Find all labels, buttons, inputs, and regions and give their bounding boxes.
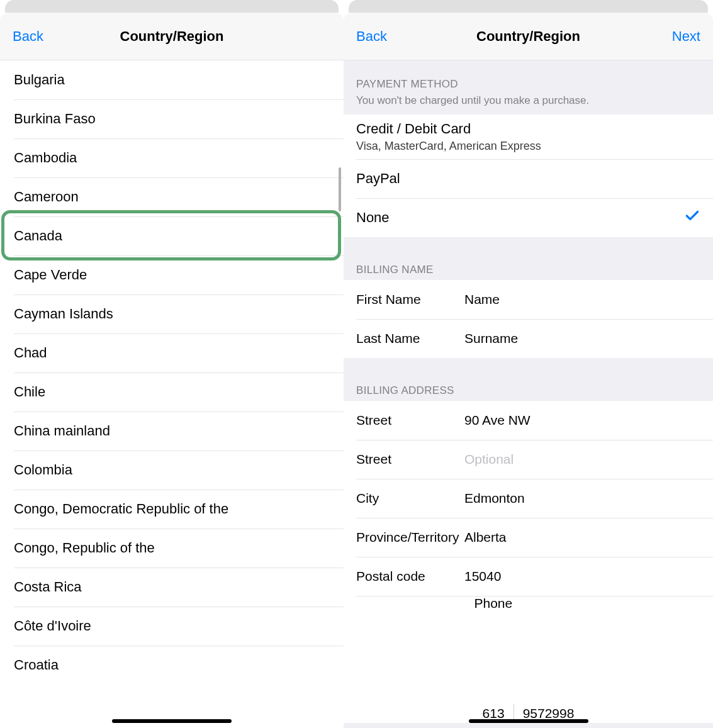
back-button[interactable]: Back	[356, 28, 387, 45]
first-name-row[interactable]: First Name Name	[344, 280, 713, 319]
sheet-tab	[349, 0, 708, 13]
postal-row[interactable]: Postal code 15040	[344, 557, 713, 596]
payment-method-header: PAYMENT METHOD	[344, 60, 713, 94]
postal-label: Postal code	[356, 569, 464, 584]
country-item[interactable]: Congo, Republic of the	[0, 529, 344, 568]
payment-option-label: PayPal	[356, 171, 400, 187]
street1-label: Street	[356, 413, 464, 428]
province-label: Province/Territory	[356, 530, 464, 545]
payment-option[interactable]: Credit / Debit CardVisa, MasterCard, Ame…	[344, 115, 713, 159]
last-name-field[interactable]: Surname	[464, 331, 700, 346]
payment-method-subtext: You won't be charged until you make a pu…	[344, 94, 713, 115]
street2-row[interactable]: Street Optional	[344, 440, 713, 479]
payment-option-label: None	[356, 210, 390, 226]
checkmark-icon	[684, 208, 700, 228]
form-scroll[interactable]: PAYMENT METHOD You won't be charged unti…	[344, 60, 713, 728]
left-screen: Back Country/Region BulgariaBurkina Faso…	[0, 0, 344, 728]
phone-label: Phone	[474, 596, 583, 704]
street2-label: Street	[356, 452, 464, 467]
country-item[interactable]: Canada	[0, 216, 344, 255]
payment-option[interactable]: PayPal	[344, 159, 713, 198]
country-item[interactable]: Congo, Democratic Republic of the	[0, 490, 344, 529]
country-item[interactable]: Burkina Faso	[0, 99, 344, 138]
home-indicator[interactable]	[112, 719, 232, 723]
street1-row[interactable]: Street 90 Ave NW	[344, 401, 713, 440]
country-item[interactable]: Chad	[0, 333, 344, 372]
nav-header: Back Country/Region Next	[344, 13, 713, 60]
street1-field[interactable]: 90 Ave NW	[464, 413, 700, 428]
city-row[interactable]: City Edmonton	[344, 479, 713, 518]
right-screen: Back Country/Region Next PAYMENT METHOD …	[344, 0, 713, 728]
country-item[interactable]: Costa Rica	[0, 568, 344, 607]
payment-method-group: Credit / Debit CardVisa, MasterCard, Ame…	[344, 115, 713, 237]
payment-option[interactable]: None	[344, 198, 713, 237]
country-item[interactable]: Côte d'Ivoire	[0, 607, 344, 646]
country-region-footer[interactable]: Country/Region: Canada	[344, 723, 713, 728]
province-row[interactable]: Province/Territory Alberta	[344, 518, 713, 557]
page-title: Country/Region	[476, 28, 580, 45]
payment-option-sublabel: Visa, MasterCard, American Express	[356, 140, 541, 153]
billing-name-header: BILLING NAME	[344, 237, 713, 280]
last-name-row[interactable]: Last Name Surname	[344, 319, 713, 358]
first-name-label: First Name	[356, 292, 464, 307]
nav-header: Back Country/Region	[0, 13, 344, 60]
billing-name-group: First Name Name Last Name Surname	[344, 280, 713, 358]
postal-field[interactable]: 15040	[464, 569, 700, 584]
country-item[interactable]: Colombia	[0, 451, 344, 490]
city-label: City	[356, 491, 464, 506]
country-item[interactable]: Chile	[0, 372, 344, 412]
country-item[interactable]: Cambodia	[0, 138, 344, 177]
back-button[interactable]: Back	[13, 28, 43, 45]
page-title: Country/Region	[120, 28, 224, 45]
country-item[interactable]: Cayman Islands	[0, 294, 344, 333]
next-button[interactable]: Next	[672, 28, 700, 45]
country-item[interactable]: Cape Verde	[0, 255, 344, 294]
sheet-tab	[5, 0, 339, 13]
country-item[interactable]: China mainland	[0, 412, 344, 451]
city-field[interactable]: Edmonton	[464, 491, 700, 506]
phone-row[interactable]: Phone 613 9572998	[344, 596, 713, 723]
last-name-label: Last Name	[356, 331, 464, 346]
country-item[interactable]: Croatia	[0, 646, 344, 685]
billing-address-group: Street 90 Ave NW Street Optional City Ed…	[344, 401, 713, 723]
home-indicator[interactable]	[469, 719, 588, 723]
country-list-scroll[interactable]: BulgariaBurkina FasoCambodiaCameroonCana…	[0, 60, 344, 728]
country-item[interactable]: Bulgaria	[0, 60, 344, 99]
street2-field[interactable]: Optional	[464, 452, 700, 467]
first-name-field[interactable]: Name	[464, 292, 700, 307]
payment-option-label: Credit / Debit Card	[356, 121, 541, 137]
billing-address-header: BILLING ADDRESS	[344, 358, 713, 401]
scrollbar-thumb[interactable]	[339, 167, 341, 211]
country-item[interactable]: Cameroon	[0, 177, 344, 216]
province-field[interactable]: Alberta	[464, 530, 700, 545]
